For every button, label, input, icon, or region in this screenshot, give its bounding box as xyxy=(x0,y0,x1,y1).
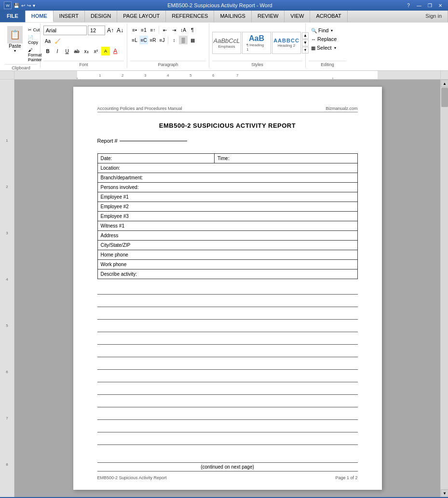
vertical-ruler: 1 2 3 4 5 6 7 8 xyxy=(0,80,14,497)
select-label: Select xyxy=(317,45,332,51)
title-bar-left: W 💾 ↩ ↪ ▾ xyxy=(4,1,35,9)
save-qa-btn[interactable]: 💾 xyxy=(14,3,19,8)
clear-format-btn[interactable]: 🧹 xyxy=(53,37,62,45)
homephone-cell: Home phone xyxy=(97,250,357,260)
paste-dropdown[interactable]: ▾ xyxy=(14,49,16,53)
replace-button[interactable]: ↔ Replace xyxy=(309,35,339,43)
redo-qa-btn[interactable]: ↪ xyxy=(27,3,31,8)
activity-line xyxy=(97,409,358,420)
tab-insert[interactable]: INSERT xyxy=(54,11,85,22)
strikethrough-btn[interactable]: ab xyxy=(72,47,81,55)
emphasis-preview: AaBbCcL xyxy=(214,37,240,44)
svg-text:2: 2 xyxy=(122,73,124,78)
svg-text:5: 5 xyxy=(190,73,192,78)
restore-btn[interactable]: ❐ xyxy=(426,2,434,9)
select-button[interactable]: ▦ Select ▾ xyxy=(309,44,339,52)
tab-references[interactable]: REFERENCES xyxy=(166,11,214,22)
table-row: Address xyxy=(97,231,357,241)
workphone-cell: Work phone xyxy=(97,260,357,269)
select-dropdown[interactable]: ▾ xyxy=(334,46,336,50)
align-left-btn[interactable]: ≡L xyxy=(130,36,139,44)
activity-line xyxy=(97,296,358,307)
title-bar-controls: ? — ❐ ✕ xyxy=(405,2,444,9)
font-label: Font xyxy=(43,61,124,67)
numbered-list-btn[interactable]: ≡1 xyxy=(139,26,148,34)
ruler-num-4: 4 xyxy=(6,276,8,323)
multilevel-list-btn[interactable]: ≡↑ xyxy=(149,26,157,34)
heading2-label: Heading 2 xyxy=(278,43,295,48)
table-row: Home phone xyxy=(97,250,357,260)
activity-line xyxy=(97,359,358,370)
table-row: Branch/department: xyxy=(97,173,357,183)
tab-file[interactable]: FILE xyxy=(0,11,26,22)
ruler-num-1: 1 xyxy=(6,137,8,184)
font-size-input[interactable]: 12 xyxy=(88,26,105,35)
style-heading2[interactable]: AABBCC Heading 2 xyxy=(272,32,301,54)
paragraph-label: Paragraph xyxy=(130,61,206,67)
scroll-up-btn[interactable]: ▲ xyxy=(441,80,448,87)
italic-button[interactable]: I xyxy=(53,47,62,55)
vertical-scrollbar[interactable]: ▲ ▼ xyxy=(440,80,448,497)
time-cell: Time: xyxy=(215,154,357,163)
ruler-num-5: 5 xyxy=(6,323,8,369)
para-sep1 xyxy=(159,26,159,34)
subscript-btn[interactable]: x₂ xyxy=(82,47,91,55)
heading1-preview: AaB xyxy=(249,34,264,43)
decrease-indent-btn[interactable]: ⇤ xyxy=(161,26,169,34)
close-btn[interactable]: ✕ xyxy=(436,2,444,9)
increase-indent-btn[interactable]: ⇥ xyxy=(170,26,178,34)
ruler-num-2: 2 xyxy=(6,184,8,230)
ruler-scrollbar-corner xyxy=(440,71,448,80)
text-highlight-btn[interactable]: A xyxy=(101,47,110,55)
underline-button[interactable]: U xyxy=(63,47,71,55)
help-btn[interactable]: ? xyxy=(405,2,412,9)
tab-view[interactable]: VIEW xyxy=(285,11,310,22)
superscript-btn[interactable]: x² xyxy=(92,47,100,55)
replace-label: Replace xyxy=(317,36,337,42)
document-area[interactable]: Accounting Policies and Procedures Manua… xyxy=(14,80,440,497)
sign-in-btn[interactable]: Sign in xyxy=(420,11,448,22)
table-row: Describe activity: xyxy=(97,269,357,279)
bold-button[interactable]: B xyxy=(43,47,52,55)
align-center-btn[interactable]: ≡C xyxy=(139,36,148,44)
font-color-btn[interactable]: A xyxy=(111,47,120,55)
scroll-down-btn[interactable]: ▼ xyxy=(441,489,448,497)
font-name-input[interactable]: Arial xyxy=(43,26,87,35)
shading-btn[interactable]: ▒ xyxy=(179,36,188,44)
scroll-thumb[interactable] xyxy=(441,88,448,107)
table-row: Employee #3 xyxy=(97,212,357,221)
tab-mailings[interactable]: MAILINGS xyxy=(214,11,252,22)
borders-btn[interactable]: ▦ xyxy=(188,36,197,44)
find-button[interactable]: 🔍 Find ▾ xyxy=(309,27,335,34)
quick-access-toolbar: 💾 ↩ ↪ ▾ xyxy=(14,3,35,8)
tab-home[interactable]: HOME xyxy=(26,11,54,22)
change-case-btn[interactable]: Aa xyxy=(43,37,52,45)
font-row2: B I U ab x₂ x² A A xyxy=(43,47,120,55)
align-right-btn[interactable]: ≡R xyxy=(149,36,157,44)
style-heading1[interactable]: AaB ¶ Heading 1 xyxy=(242,32,271,54)
minimize-btn[interactable]: — xyxy=(415,2,423,9)
employee2-cell: Employee #2 xyxy=(97,202,357,212)
sort-btn[interactable]: ↕A xyxy=(179,26,188,34)
find-dropdown[interactable]: ▾ xyxy=(331,28,333,33)
scroll-track[interactable] xyxy=(441,87,448,489)
justify-btn[interactable]: ≡J xyxy=(158,36,166,44)
line-spacing-btn[interactable]: ↕ xyxy=(170,36,178,44)
undo-qa-btn[interactable]: ↩ xyxy=(21,3,25,8)
paragraph-group: ≡• ≡1 ≡↑ ⇤ ⇥ ↕A ¶ ≡L ≡C ≡R ≡J ↕ ▒ xyxy=(127,24,209,68)
tab-page-layout[interactable]: PAGE LAYOUT xyxy=(117,11,166,22)
table-row: Witness #1 xyxy=(97,221,357,231)
shrink-font-btn[interactable]: A↓ xyxy=(116,26,124,35)
window-title: EMB500-2 Suspicious Activity Report - Wo… xyxy=(35,2,405,8)
tab-review[interactable]: REVIEW xyxy=(252,11,285,22)
describe-cell: Describe activity: xyxy=(97,269,357,279)
bullets-btn[interactable]: ≡• xyxy=(130,26,139,34)
grow-font-btn[interactable]: A↑ xyxy=(106,26,115,35)
paste-button[interactable]: 📋 Paste ▾ xyxy=(5,25,25,54)
tab-acrobat[interactable]: ACROBAT xyxy=(310,11,347,22)
employee3-cell: Employee #3 xyxy=(97,212,357,221)
witness1-cell: Witness #1 xyxy=(97,221,357,231)
show-hide-btn[interactable]: ¶ xyxy=(188,26,197,34)
style-emphasis[interactable]: AaBbCcL Emphasis xyxy=(212,32,241,54)
tab-design[interactable]: DESIGN xyxy=(85,11,117,22)
